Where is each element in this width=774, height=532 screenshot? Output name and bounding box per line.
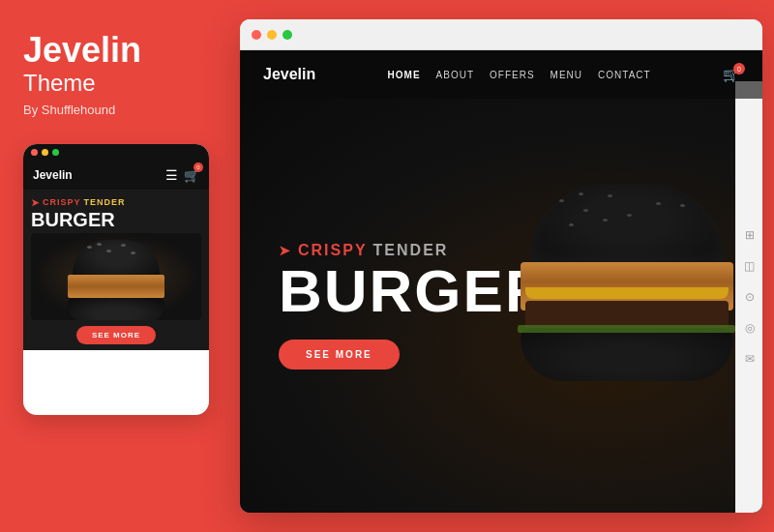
sidebar-layers-icon[interactable]: ◫ <box>742 258 758 274</box>
desktop-nav-links: HOME ABOUT OFFERS MENU CONTACT <box>388 70 651 80</box>
sidebar-grid-icon[interactable]: ⊞ <box>742 227 758 243</box>
mobile-hero-crispy: ➤ CRISPY TENDER <box>31 197 201 208</box>
nav-about[interactable]: ABOUT <box>436 70 474 80</box>
desktop-cart[interactable]: 🛒 0 <box>723 67 739 82</box>
nav-contact[interactable]: CONTACT <box>598 70 651 80</box>
mobile-burger-title: BURGER <box>31 210 201 229</box>
mobile-dot-yellow <box>42 149 48 156</box>
desktop-burger-image <box>482 79 762 503</box>
mobile-bun-bottom <box>68 298 164 320</box>
sidebar-circle-icon[interactable]: ⊙ <box>742 289 758 305</box>
cheese-layer <box>525 287 729 299</box>
browser-dot-yellow[interactable] <box>267 30 277 40</box>
sidebar-target-icon[interactable]: ◎ <box>742 320 758 336</box>
right-sidebar-icons: ⊞ ◫ ⊙ ◎ ✉ <box>735 81 762 513</box>
sidebar-mail-icon[interactable]: ✉ <box>742 351 758 367</box>
brand-title: Jevelin Theme <box>23 31 209 97</box>
mobile-menu-icon[interactable]: ☰ <box>165 167 178 183</box>
mobile-burger-image <box>31 233 201 320</box>
mobile-cart-badge: 0 <box>194 163 203 172</box>
desktop-nav: Jevelin HOME ABOUT OFFERS MENU CONTACT 🛒… <box>240 50 762 99</box>
mobile-dot-red <box>31 149 38 156</box>
sesame <box>121 244 126 247</box>
browser-mockup: Jevelin HOME ABOUT OFFERS MENU CONTACT 🛒… <box>240 19 762 513</box>
hero-see-more-button[interactable]: SEE MORE <box>279 340 400 369</box>
left-panel: Jevelin Theme By Shufflehound Jevelin ☰ … <box>0 0 232 532</box>
desktop-logo: Jevelin <box>263 66 315 83</box>
hero-arrow-icon: ➤ <box>279 243 292 258</box>
browser-dot-red[interactable] <box>252 30 261 40</box>
sesame <box>131 251 135 254</box>
mobile-mockup: Jevelin ☰ 🛒 0 ➤ CRISPY TENDER BURGER <box>23 144 209 415</box>
sesame <box>87 246 92 249</box>
sesame <box>106 250 111 252</box>
sesame <box>97 243 102 246</box>
mobile-see-more-button[interactable]: SEE MORE <box>76 326 156 344</box>
mobile-cart[interactable]: 🛒 0 <box>184 166 199 184</box>
nav-home[interactable]: HOME <box>388 70 421 80</box>
nav-menu[interactable]: MENU <box>551 70 582 80</box>
pickle-layer <box>518 325 735 333</box>
bun-top <box>530 185 724 272</box>
brand-author: By Shufflehound <box>23 103 209 117</box>
burger-visual <box>501 185 753 398</box>
browser-dot-green[interactable] <box>283 30 292 40</box>
cart-badge: 0 <box>733 63 745 74</box>
mobile-filling <box>68 275 164 298</box>
nav-offers[interactable]: OFFERS <box>490 70 535 80</box>
mobile-arrow-icon: ➤ <box>31 197 40 208</box>
bun-bottom <box>521 328 733 381</box>
mobile-nav-icons: ☰ 🛒 0 <box>165 166 199 184</box>
mobile-window-dots <box>31 149 59 156</box>
browser-top-bar <box>240 19 762 50</box>
mobile-logo: Jevelin <box>33 168 73 182</box>
mobile-dot-green <box>52 149 59 156</box>
browser-content: Jevelin HOME ABOUT OFFERS MENU CONTACT 🛒… <box>240 50 762 513</box>
